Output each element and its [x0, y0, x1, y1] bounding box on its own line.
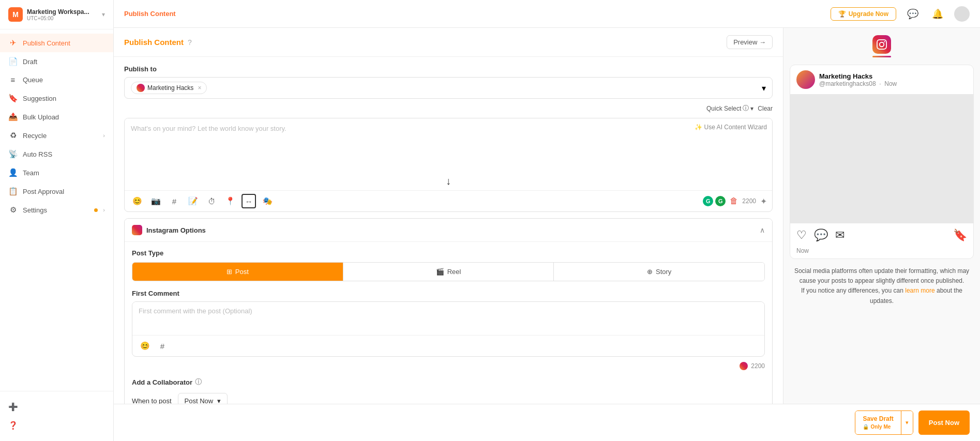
sidebar-item-label: Auto RSS — [23, 150, 105, 158]
preview-panel-header — [783, 28, 980, 65]
grammarly-check-icon[interactable]: G — [715, 196, 726, 206]
preview-avatar — [796, 70, 815, 89]
post-text-input[interactable] — [125, 118, 772, 170]
comment-hashtag-button[interactable]: # — [155, 339, 170, 353]
post-type-label: Post Type — [132, 249, 765, 257]
share-icon[interactable]: ✉ — [835, 229, 845, 242]
clear-button[interactable]: Clear — [758, 105, 773, 112]
user-avatar[interactable] — [954, 6, 970, 22]
sidebar: M Marketing Workspa... UTC+05:00 ▾ ✈ Pub… — [0, 0, 114, 441]
post-now-button[interactable]: Post Now — [918, 410, 970, 435]
sidebar-item-suggestion[interactable]: 🔖 Suggestion — [0, 89, 113, 108]
sticker-button[interactable]: 🎭 — [260, 194, 275, 208]
bottom-bar: Save Draft 🔒 Only Me ▾ Post Now — [114, 404, 980, 441]
sparkle-icon: ✨ — [695, 124, 702, 131]
ig-options-title: Instagram Options — [146, 226, 756, 234]
chevron-right-icon: › — [103, 132, 105, 139]
sidebar-item-team[interactable]: 👤 Team — [0, 163, 113, 182]
sidebar-item-label: Team — [23, 169, 105, 177]
post-approval-icon: 📋 — [8, 187, 18, 196]
workspace-selector[interactable]: M Marketing Workspa... UTC+05:00 ▾ — [0, 0, 113, 29]
preview-button[interactable]: Preview → — [727, 35, 773, 49]
save-draft-button[interactable]: Save Draft 🔒 Only Me — [855, 411, 900, 434]
panels: Publish Content ? Preview → Publish to M… — [114, 28, 980, 404]
sidebar-item-post-approval[interactable]: 📋 Post Approval — [0, 182, 113, 201]
sidebar-item-settings[interactable]: ⚙ Settings › — [0, 201, 113, 219]
hashtag-button[interactable]: # — [167, 194, 182, 208]
comment-emoji-button[interactable]: 😊 — [138, 339, 152, 353]
help-icon: ❓ — [8, 421, 18, 430]
instagram-count-icon — [740, 362, 748, 370]
text-button[interactable]: 📝 — [186, 194, 200, 208]
sidebar-bottom: ➕ ❓ — [0, 391, 113, 441]
info-circle-icon: ⓘ — [195, 377, 202, 387]
channel-selector[interactable]: Marketing Hacks × ▾ — [124, 77, 773, 99]
post-tab[interactable]: ⊞ Post — [132, 263, 343, 281]
add-icon: ➕ — [8, 402, 18, 412]
channel-tags: Marketing Hacks × — [131, 82, 207, 94]
location-button[interactable]: 📍 — [223, 194, 237, 208]
first-comment-input[interactable] — [132, 302, 764, 333]
preview-notice: Social media platforms often update thei… — [790, 266, 974, 306]
ai-wizard-button[interactable]: ✨ Use AI Content Wizard — [695, 124, 767, 131]
instagram-logo — [132, 225, 142, 235]
notifications-button[interactable]: 🔔 — [929, 6, 946, 22]
preview-handle: @marketinghacks08 · Now — [819, 80, 897, 87]
instagram-tag-icon — [137, 84, 145, 92]
when-to-post-select[interactable]: Post Now ▾ — [178, 393, 228, 404]
like-icon[interactable]: ♡ — [796, 229, 807, 242]
auto-rss-icon: 📡 — [8, 149, 18, 159]
publish-form-title: Publish Content — [124, 38, 184, 47]
chevron-right-icon: › — [103, 207, 105, 213]
sidebar-item-label: Settings — [23, 206, 89, 214]
ig-options-header[interactable]: Instagram Options ∧ — [125, 219, 772, 242]
preview-card-header: Marketing Hacks @marketinghacks08 · Now — [790, 65, 973, 94]
learn-more-link[interactable]: learn more — [905, 287, 934, 294]
topbar-left: Publish Content — [124, 10, 176, 18]
timer-button[interactable]: ⏱ — [204, 194, 219, 208]
sidebar-item-label: Queue — [23, 76, 105, 84]
when-to-post-label: When to post — [132, 397, 172, 404]
arrow-down-indicator: ↓ — [125, 172, 772, 190]
text-editor: ✨ Use AI Content Wizard ↓ 😊 📷 # 📝 — [124, 118, 773, 212]
messages-button[interactable]: 💬 — [904, 6, 921, 22]
bulk-upload-icon: 📤 — [8, 112, 18, 121]
recycle-icon: ♻ — [8, 131, 18, 140]
sidebar-item-label: Suggestion — [23, 95, 105, 102]
save-draft-group: Save Draft 🔒 Only Me ▾ — [855, 410, 913, 435]
publish-to-label: Publish to — [124, 65, 773, 73]
preview-actions: ♡ 💬 ✉ 🔖 — [790, 223, 973, 247]
remove-channel-button[interactable]: × — [198, 84, 201, 92]
help-circle-icon[interactable]: ? — [188, 38, 192, 47]
topbar-right: 🏆 Upgrade Now 💬 🔔 — [831, 6, 970, 22]
image-button[interactable]: 📷 — [148, 194, 163, 208]
wand-icon[interactable]: ✦ — [760, 196, 767, 206]
quick-select-button[interactable]: Quick Select ⓘ ▾ — [706, 104, 753, 113]
sidebar-item-help[interactable]: ❓ — [0, 416, 113, 435]
grammarly-green-icon[interactable]: G — [703, 196, 713, 206]
first-comment-label: First Comment — [132, 290, 765, 297]
reel-tab[interactable]: 🎬 Reel — [343, 263, 554, 281]
link-button[interactable]: ↔ — [242, 194, 256, 208]
sidebar-item-bulk-upload[interactable]: 📤 Bulk Upload — [0, 108, 113, 126]
sidebar-item-recycle[interactable]: ♻ Recycle › — [0, 126, 113, 145]
delete-icon[interactable]: 🗑 — [730, 196, 738, 206]
instagram-options: Instagram Options ∧ Post Type ⊞ Post 🎬 — [124, 218, 773, 404]
sidebar-item-publish[interactable]: ✈ Publish Content — [0, 34, 113, 52]
save-draft-dropdown-button[interactable]: ▾ — [901, 411, 913, 434]
sidebar-item-auto-rss[interactable]: 📡 Auto RSS — [0, 145, 113, 163]
emoji-button[interactable]: 😊 — [130, 194, 144, 208]
channel-tag: Marketing Hacks × — [131, 82, 207, 94]
sidebar-item-draft[interactable]: 📄 Draft — [0, 52, 113, 71]
messages-icon: 💬 — [907, 8, 918, 20]
bookmark-icon[interactable]: 🔖 — [953, 229, 967, 242]
sidebar-item-queue[interactable]: ≡ Queue — [0, 71, 113, 89]
toolbar-right: G G 🗑 2200 ✦ — [703, 196, 767, 206]
sidebar-item-add[interactable]: ➕ — [0, 398, 113, 416]
story-tab[interactable]: ⊕ Story — [553, 263, 764, 281]
upgrade-button[interactable]: 🏆 Upgrade Now — [831, 7, 896, 21]
publish-title-area: Publish Content ? — [124, 38, 192, 47]
editor-toolbar: 😊 📷 # 📝 ⏱ 📍 ↔ 🎭 G G 🗑 — [125, 190, 772, 211]
grid-icon: ⊞ — [227, 268, 232, 276]
comment-icon[interactable]: 💬 — [814, 229, 828, 242]
